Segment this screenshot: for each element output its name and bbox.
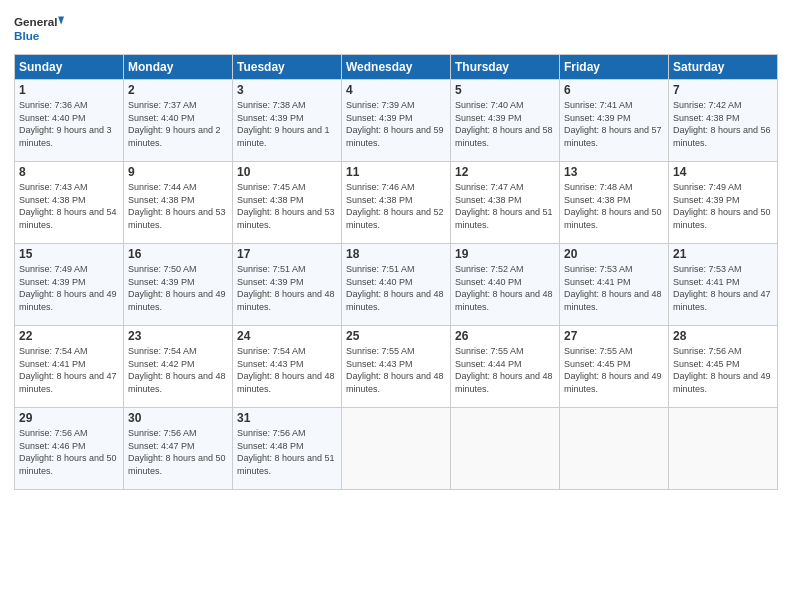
day-number: 19 bbox=[455, 247, 555, 261]
cell-details: Sunrise: 7:48 AMSunset: 4:38 PMDaylight:… bbox=[564, 181, 664, 231]
calendar-cell: 8Sunrise: 7:43 AMSunset: 4:38 PMDaylight… bbox=[15, 162, 124, 244]
calendar-cell: 25Sunrise: 7:55 AMSunset: 4:43 PMDayligh… bbox=[342, 326, 451, 408]
day-number: 8 bbox=[19, 165, 119, 179]
cell-details: Sunrise: 7:56 AMSunset: 4:47 PMDaylight:… bbox=[128, 427, 228, 477]
day-number: 9 bbox=[128, 165, 228, 179]
calendar-cell: 11Sunrise: 7:46 AMSunset: 4:38 PMDayligh… bbox=[342, 162, 451, 244]
cell-details: Sunrise: 7:56 AMSunset: 4:45 PMDaylight:… bbox=[673, 345, 773, 395]
cell-details: Sunrise: 7:40 AMSunset: 4:39 PMDaylight:… bbox=[455, 99, 555, 149]
col-header-monday: Monday bbox=[124, 55, 233, 80]
day-number: 1 bbox=[19, 83, 119, 97]
cell-details: Sunrise: 7:43 AMSunset: 4:38 PMDaylight:… bbox=[19, 181, 119, 231]
col-header-saturday: Saturday bbox=[669, 55, 778, 80]
cell-details: Sunrise: 7:56 AMSunset: 4:48 PMDaylight:… bbox=[237, 427, 337, 477]
cell-details: Sunrise: 7:51 AMSunset: 4:39 PMDaylight:… bbox=[237, 263, 337, 313]
cell-details: Sunrise: 7:37 AMSunset: 4:40 PMDaylight:… bbox=[128, 99, 228, 149]
cell-details: Sunrise: 7:46 AMSunset: 4:38 PMDaylight:… bbox=[346, 181, 446, 231]
calendar-cell: 31Sunrise: 7:56 AMSunset: 4:48 PMDayligh… bbox=[233, 408, 342, 490]
calendar-cell: 6Sunrise: 7:41 AMSunset: 4:39 PMDaylight… bbox=[560, 80, 669, 162]
cell-details: Sunrise: 7:38 AMSunset: 4:39 PMDaylight:… bbox=[237, 99, 337, 149]
day-number: 18 bbox=[346, 247, 446, 261]
cell-details: Sunrise: 7:42 AMSunset: 4:38 PMDaylight:… bbox=[673, 99, 773, 149]
col-header-friday: Friday bbox=[560, 55, 669, 80]
cell-details: Sunrise: 7:41 AMSunset: 4:39 PMDaylight:… bbox=[564, 99, 664, 149]
day-number: 3 bbox=[237, 83, 337, 97]
cell-details: Sunrise: 7:55 AMSunset: 4:45 PMDaylight:… bbox=[564, 345, 664, 395]
day-number: 24 bbox=[237, 329, 337, 343]
calendar-cell: 7Sunrise: 7:42 AMSunset: 4:38 PMDaylight… bbox=[669, 80, 778, 162]
calendar-cell: 1Sunrise: 7:36 AMSunset: 4:40 PMDaylight… bbox=[15, 80, 124, 162]
logo: General Blue bbox=[14, 10, 64, 48]
calendar-cell: 27Sunrise: 7:55 AMSunset: 4:45 PMDayligh… bbox=[560, 326, 669, 408]
day-number: 7 bbox=[673, 83, 773, 97]
cell-details: Sunrise: 7:54 AMSunset: 4:42 PMDaylight:… bbox=[128, 345, 228, 395]
col-header-thursday: Thursday bbox=[451, 55, 560, 80]
day-number: 15 bbox=[19, 247, 119, 261]
week-row-2: 8Sunrise: 7:43 AMSunset: 4:38 PMDaylight… bbox=[15, 162, 778, 244]
day-number: 26 bbox=[455, 329, 555, 343]
calendar-cell: 19Sunrise: 7:52 AMSunset: 4:40 PMDayligh… bbox=[451, 244, 560, 326]
day-number: 13 bbox=[564, 165, 664, 179]
calendar-cell bbox=[342, 408, 451, 490]
day-number: 12 bbox=[455, 165, 555, 179]
calendar-table: SundayMondayTuesdayWednesdayThursdayFrid… bbox=[14, 54, 778, 490]
day-number: 30 bbox=[128, 411, 228, 425]
day-number: 29 bbox=[19, 411, 119, 425]
day-number: 31 bbox=[237, 411, 337, 425]
col-header-tuesday: Tuesday bbox=[233, 55, 342, 80]
calendar-cell: 30Sunrise: 7:56 AMSunset: 4:47 PMDayligh… bbox=[124, 408, 233, 490]
header-row: SundayMondayTuesdayWednesdayThursdayFrid… bbox=[15, 55, 778, 80]
cell-details: Sunrise: 7:49 AMSunset: 4:39 PMDaylight:… bbox=[673, 181, 773, 231]
cell-details: Sunrise: 7:51 AMSunset: 4:40 PMDaylight:… bbox=[346, 263, 446, 313]
calendar-cell: 12Sunrise: 7:47 AMSunset: 4:38 PMDayligh… bbox=[451, 162, 560, 244]
logo-svg: General Blue bbox=[14, 10, 64, 48]
calendar-cell: 18Sunrise: 7:51 AMSunset: 4:40 PMDayligh… bbox=[342, 244, 451, 326]
calendar-cell: 23Sunrise: 7:54 AMSunset: 4:42 PMDayligh… bbox=[124, 326, 233, 408]
day-number: 25 bbox=[346, 329, 446, 343]
cell-details: Sunrise: 7:49 AMSunset: 4:39 PMDaylight:… bbox=[19, 263, 119, 313]
cell-details: Sunrise: 7:47 AMSunset: 4:38 PMDaylight:… bbox=[455, 181, 555, 231]
day-number: 14 bbox=[673, 165, 773, 179]
cell-details: Sunrise: 7:55 AMSunset: 4:44 PMDaylight:… bbox=[455, 345, 555, 395]
week-row-3: 15Sunrise: 7:49 AMSunset: 4:39 PMDayligh… bbox=[15, 244, 778, 326]
svg-marker-2 bbox=[58, 17, 64, 25]
cell-details: Sunrise: 7:55 AMSunset: 4:43 PMDaylight:… bbox=[346, 345, 446, 395]
calendar-cell: 16Sunrise: 7:50 AMSunset: 4:39 PMDayligh… bbox=[124, 244, 233, 326]
calendar-cell: 15Sunrise: 7:49 AMSunset: 4:39 PMDayligh… bbox=[15, 244, 124, 326]
calendar-cell: 17Sunrise: 7:51 AMSunset: 4:39 PMDayligh… bbox=[233, 244, 342, 326]
cell-details: Sunrise: 7:50 AMSunset: 4:39 PMDaylight:… bbox=[128, 263, 228, 313]
col-header-wednesday: Wednesday bbox=[342, 55, 451, 80]
day-number: 11 bbox=[346, 165, 446, 179]
day-number: 28 bbox=[673, 329, 773, 343]
calendar-cell: 4Sunrise: 7:39 AMSunset: 4:39 PMDaylight… bbox=[342, 80, 451, 162]
col-header-sunday: Sunday bbox=[15, 55, 124, 80]
cell-details: Sunrise: 7:45 AMSunset: 4:38 PMDaylight:… bbox=[237, 181, 337, 231]
day-number: 17 bbox=[237, 247, 337, 261]
day-number: 21 bbox=[673, 247, 773, 261]
day-number: 5 bbox=[455, 83, 555, 97]
cell-details: Sunrise: 7:44 AMSunset: 4:38 PMDaylight:… bbox=[128, 181, 228, 231]
calendar-cell: 20Sunrise: 7:53 AMSunset: 4:41 PMDayligh… bbox=[560, 244, 669, 326]
calendar-cell: 29Sunrise: 7:56 AMSunset: 4:46 PMDayligh… bbox=[15, 408, 124, 490]
calendar-cell: 21Sunrise: 7:53 AMSunset: 4:41 PMDayligh… bbox=[669, 244, 778, 326]
calendar-cell bbox=[451, 408, 560, 490]
day-number: 20 bbox=[564, 247, 664, 261]
calendar-cell: 9Sunrise: 7:44 AMSunset: 4:38 PMDaylight… bbox=[124, 162, 233, 244]
week-row-1: 1Sunrise: 7:36 AMSunset: 4:40 PMDaylight… bbox=[15, 80, 778, 162]
calendar-cell: 5Sunrise: 7:40 AMSunset: 4:39 PMDaylight… bbox=[451, 80, 560, 162]
day-number: 23 bbox=[128, 329, 228, 343]
cell-details: Sunrise: 7:52 AMSunset: 4:40 PMDaylight:… bbox=[455, 263, 555, 313]
day-number: 2 bbox=[128, 83, 228, 97]
calendar-cell: 13Sunrise: 7:48 AMSunset: 4:38 PMDayligh… bbox=[560, 162, 669, 244]
day-number: 10 bbox=[237, 165, 337, 179]
svg-text:General: General bbox=[14, 16, 57, 29]
calendar-cell: 24Sunrise: 7:54 AMSunset: 4:43 PMDayligh… bbox=[233, 326, 342, 408]
calendar-cell: 14Sunrise: 7:49 AMSunset: 4:39 PMDayligh… bbox=[669, 162, 778, 244]
cell-details: Sunrise: 7:53 AMSunset: 4:41 PMDaylight:… bbox=[673, 263, 773, 313]
calendar-cell: 26Sunrise: 7:55 AMSunset: 4:44 PMDayligh… bbox=[451, 326, 560, 408]
calendar-cell bbox=[669, 408, 778, 490]
calendar-cell: 3Sunrise: 7:38 AMSunset: 4:39 PMDaylight… bbox=[233, 80, 342, 162]
cell-details: Sunrise: 7:54 AMSunset: 4:43 PMDaylight:… bbox=[237, 345, 337, 395]
week-row-4: 22Sunrise: 7:54 AMSunset: 4:41 PMDayligh… bbox=[15, 326, 778, 408]
cell-details: Sunrise: 7:39 AMSunset: 4:39 PMDaylight:… bbox=[346, 99, 446, 149]
